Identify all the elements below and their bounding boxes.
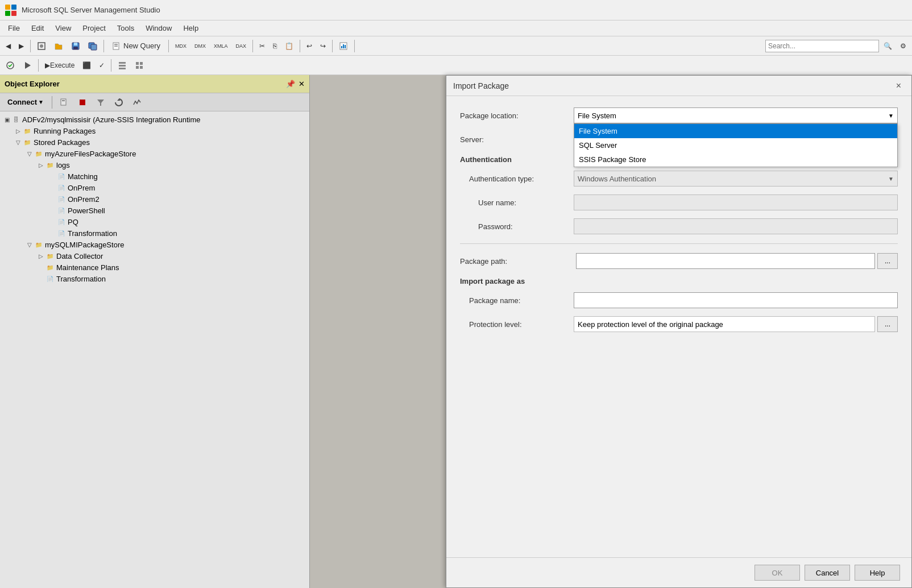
main-toolbar: ◀ ▶ New Query MDX DMX XMLA DAX ✂ ⎘ 📋 ↩ ↪…: [0, 36, 912, 56]
dropdown-option-ssisstore[interactable]: SSIS Package Store: [574, 152, 897, 167]
import-as-header: Import package as: [460, 277, 898, 285]
tb2-btn-3[interactable]: [131, 59, 147, 72]
stop-button[interactable]: ⬛: [79, 59, 94, 72]
package-location-label: Package location:: [460, 111, 574, 120]
mdx-button[interactable]: MDX: [172, 41, 190, 51]
protection-level-row: Protection level: Keep protection level …: [460, 316, 898, 332]
protection-level-input[interactable]: Keep protection level of the original pa…: [574, 316, 875, 332]
password-wrap: [574, 218, 898, 234]
toolbar-sep-3: [168, 40, 169, 52]
dialog-header: Import Package ×: [446, 76, 911, 96]
password-input[interactable]: [574, 218, 898, 234]
package-path-browse-button[interactable]: ...: [877, 253, 898, 269]
report-button[interactable]: [335, 39, 351, 53]
search-input[interactable]: [765, 40, 879, 52]
open-button[interactable]: [51, 39, 67, 53]
undo-button[interactable]: ↩: [303, 40, 316, 52]
username-input[interactable]: [574, 194, 898, 210]
package-name-wrap: [574, 292, 898, 308]
auth-type-select[interactable]: Windows Authentication ▼: [574, 171, 898, 187]
package-path-input[interactable]: [576, 253, 875, 269]
paste-button[interactable]: 📋: [281, 40, 297, 52]
xml-button[interactable]: XMLA: [210, 41, 231, 51]
svg-rect-21: [119, 65, 126, 67]
toolbar-sep-4: [252, 40, 253, 52]
menu-view[interactable]: View: [49, 22, 77, 35]
package-location-dropdown[interactable]: File System SQL Server SSIS Package Stor…: [574, 123, 898, 167]
menu-edit[interactable]: Edit: [26, 22, 49, 35]
execute-button[interactable]: ▶ Execute: [42, 59, 78, 72]
auth-type-wrap: Windows Authentication ▼: [574, 171, 898, 187]
main-area: Object Explorer 📌 ✕ Connect ▼: [0, 75, 912, 588]
svg-rect-8: [73, 47, 78, 49]
svg-point-5: [40, 44, 43, 48]
new-query-button[interactable]: New Query: [107, 39, 165, 53]
dropdown-option-filesystem[interactable]: File System: [574, 124, 897, 138]
svg-rect-24: [140, 62, 143, 65]
package-location-arrow-icon: ▼: [888, 113, 894, 119]
search-button[interactable]: 🔍: [880, 40, 896, 52]
server-label: Server:: [460, 135, 574, 144]
copy-button[interactable]: ⎘: [270, 40, 280, 52]
modal-overlay: Import Package × Package location: File …: [0, 75, 912, 588]
save-all-button[interactable]: [85, 39, 101, 53]
back-button[interactable]: ◀: [2, 40, 14, 52]
dialog-close-button[interactable]: ×: [893, 80, 905, 92]
protection-level-wrap: Keep protection level of the original pa…: [574, 316, 898, 332]
tb2-btn-2[interactable]: [19, 59, 35, 72]
settings-button[interactable]: ⚙: [897, 40, 910, 52]
import-as-section: Import package as Package name: Protecti…: [460, 277, 898, 332]
toolbar2-sep-2: [111, 59, 111, 72]
username-label: User name:: [460, 198, 574, 207]
import-package-dialog: Import Package × Package location: File …: [446, 75, 912, 588]
save-button[interactable]: [68, 39, 84, 53]
results-button[interactable]: [114, 59, 130, 72]
app-icon: [5, 4, 17, 16]
toolbar2-sep-1: [38, 59, 39, 72]
app-title: Microsoft SQL Server Management Studio: [22, 6, 160, 14]
package-name-input[interactable]: [574, 292, 898, 308]
menu-window[interactable]: Window: [140, 22, 177, 35]
auth-type-value: Windows Authentication: [578, 175, 888, 183]
package-path-label: Package path:: [460, 257, 574, 266]
parse-button[interactable]: ✓: [96, 59, 108, 72]
svg-rect-25: [136, 66, 139, 69]
svg-marker-19: [25, 62, 31, 69]
menu-project[interactable]: Project: [77, 22, 111, 35]
menu-help[interactable]: Help: [177, 22, 204, 35]
cut-button[interactable]: ✂: [256, 40, 268, 52]
toolbar-sep-6: [332, 40, 333, 52]
svg-rect-1: [11, 5, 16, 10]
activity-button[interactable]: [34, 39, 49, 53]
forward-button[interactable]: ▶: [15, 40, 27, 52]
package-location-select-display[interactable]: File System ▼: [574, 107, 898, 123]
username-row: User name:: [460, 194, 898, 210]
package-name-row: Package name:: [460, 292, 898, 308]
secondary-toolbar: ▶ Execute ⬛ ✓: [0, 56, 912, 75]
protection-level-browse-button[interactable]: ...: [877, 316, 898, 332]
svg-rect-3: [11, 11, 16, 16]
package-name-label: Package name:: [460, 296, 574, 305]
username-wrap: [574, 194, 898, 210]
dialog-footer: OK Cancel Help: [446, 557, 911, 587]
title-bar: Microsoft SQL Server Management Studio: [0, 0, 912, 20]
cancel-button[interactable]: Cancel: [805, 565, 850, 581]
svg-rect-0: [5, 5, 10, 10]
redo-button[interactable]: ↪: [317, 40, 329, 52]
menu-file[interactable]: File: [2, 22, 26, 35]
svg-rect-23: [136, 62, 139, 65]
dialog-body: Package location: File System ▼ File Sys…: [446, 96, 911, 557]
svg-rect-15: [341, 46, 342, 48]
help-button[interactable]: Help: [855, 565, 900, 581]
dmx-button[interactable]: DMX: [191, 41, 209, 51]
tb2-btn-1[interactable]: [2, 59, 18, 72]
dax-button[interactable]: DAX: [233, 41, 250, 51]
ok-button[interactable]: OK: [755, 565, 800, 581]
dropdown-option-sqlserver[interactable]: SQL Server: [574, 138, 897, 152]
svg-rect-16: [343, 44, 344, 48]
package-location-value: File System: [578, 111, 888, 120]
protection-level-label: Protection level:: [460, 320, 574, 329]
menu-tools[interactable]: Tools: [111, 22, 140, 35]
svg-rect-20: [119, 62, 126, 64]
svg-rect-26: [140, 66, 143, 69]
